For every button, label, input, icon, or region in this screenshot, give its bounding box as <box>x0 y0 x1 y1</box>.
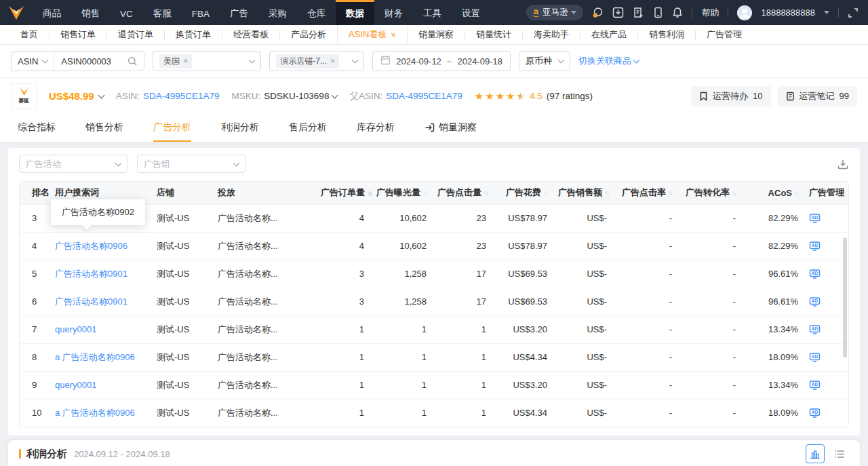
cell-search-term[interactable]: a 广告活动名称0906 <box>50 399 151 427</box>
ad-group-select[interactable]: 广告组 <box>137 155 245 173</box>
page-tab-销量统计[interactable]: 销量统计 <box>465 25 522 44</box>
avatar[interactable] <box>737 5 752 20</box>
detail-tab-利润分析[interactable]: 利润分析 <box>221 114 259 142</box>
topnav-item-数据[interactable]: 数据 <box>336 0 374 25</box>
tag-close-icon[interactable]: × <box>330 56 335 66</box>
cell-ad-manage[interactable]: AD <box>804 232 848 260</box>
ad-manage-icon[interactable]: AD <box>809 213 821 224</box>
search-term-link[interactable]: 广告活动名称0901 <box>55 269 127 279</box>
page-tab-退货订单[interactable]: 退货订单 <box>107 25 164 44</box>
column-header-广告销售额[interactable]: 广告销售额↑↓ <box>553 182 612 204</box>
marketplace-select[interactable]: a 亚马逊 <box>526 5 584 20</box>
sort-icon[interactable]: ↑↓ <box>367 189 371 197</box>
page-tab-首页[interactable]: 首页 <box>9 25 49 44</box>
detail-tab-销售分析[interactable]: 销售分析 <box>85 114 123 142</box>
help-link[interactable]: 帮助 <box>701 7 719 19</box>
chart-view-toggle[interactable] <box>806 444 825 463</box>
detail-tab-广告分析[interactable]: 广告分析 <box>153 114 191 142</box>
column-header-广告转化率[interactable]: 广告转化率↑↓ <box>677 182 741 204</box>
cell-ad-manage[interactable]: AD <box>804 204 848 232</box>
price-dropdown[interactable]: US$48.99 <box>49 90 104 102</box>
operation-todo-button[interactable]: 运营待办 10 <box>691 86 770 106</box>
page-tab-在线产品[interactable]: 在线产品 <box>580 25 637 44</box>
cell-ad-manage[interactable]: AD <box>804 260 848 288</box>
campaign-select[interactable]: 广告活动 <box>19 155 127 173</box>
detail-tab-综合指标[interactable]: 综合指标 <box>18 114 56 142</box>
search-term-link[interactable]: a 广告活动名称0906 <box>55 352 135 362</box>
note-add-icon[interactable] <box>633 7 644 18</box>
page-tab-销售订单[interactable]: 销售订单 <box>50 25 106 44</box>
asin-link[interactable]: SDA-4995CE1A79 <box>143 91 220 101</box>
shop-filter-select[interactable]: 演示店铺-7... × <box>269 51 364 71</box>
detail-tab-销量洞察[interactable]: 销量洞察 <box>425 114 477 142</box>
product-thumbnail[interactable]: 赛狐 <box>11 83 37 109</box>
column-header-广告花费[interactable]: 广告花费↑↓ <box>492 182 553 204</box>
currency-select[interactable]: 原币种 <box>519 51 570 71</box>
search-input[interactable] <box>54 56 127 66</box>
page-tab-销售利润[interactable]: 销售利润 <box>638 25 695 44</box>
topnav-item-仓库[interactable]: 仓库 <box>297 0 336 25</box>
cell-search-term[interactable]: 广告活动名称0901 <box>50 260 151 288</box>
cell-ad-manage[interactable]: AD <box>804 371 848 399</box>
chevron-down-icon[interactable] <box>824 11 829 14</box>
column-header-广告点击率[interactable]: 广告点击率↑↓ <box>612 182 677 204</box>
column-header-ACoS[interactable]: ACoS↑↓ <box>741 182 804 204</box>
ad-manage-icon[interactable]: AD <box>809 241 821 252</box>
sort-icon[interactable]: ↑↓ <box>543 189 547 197</box>
sort-icon[interactable]: ↑↓ <box>732 189 736 197</box>
topnav-item-商品[interactable]: 商品 <box>33 0 71 25</box>
topnav-item-FBA[interactable]: FBA <box>182 0 220 25</box>
topnav-item-财务[interactable]: 财务 <box>374 0 413 25</box>
search-term-link[interactable]: 广告活动名称0901 <box>55 296 127 307</box>
fullscreen-icon[interactable] <box>848 7 859 18</box>
switch-related-products-link[interactable]: 切换关联商品 <box>578 55 639 67</box>
ad-manage-icon[interactable]: AD <box>809 408 821 419</box>
search-icon[interactable] <box>127 56 144 66</box>
cell-search-term[interactable]: 广告活动名称0901 <box>50 288 151 315</box>
page-tab-海卖助手[interactable]: 海卖助手 <box>523 25 580 44</box>
page-tab-换货订单[interactable]: 换货订单 <box>165 25 222 44</box>
column-header-广告曝光量[interactable]: 广告曝光量↑↓ <box>370 182 432 204</box>
page-tab-经营看板[interactable]: 经营看板 <box>222 25 279 44</box>
sort-icon[interactable]: ↑↓ <box>422 189 427 197</box>
sort-icon[interactable]: ↑↓ <box>668 189 672 197</box>
column-header-广告点击量[interactable]: 广告点击量↑↓ <box>432 182 492 204</box>
export-download-icon[interactable] <box>837 159 849 170</box>
detail-tab-库存分析[interactable]: 库存分析 <box>357 114 395 142</box>
cell-ad-manage[interactable]: AD <box>804 288 848 315</box>
detail-tab-售后分析[interactable]: 售后分析 <box>289 114 327 142</box>
topnav-item-工具[interactable]: 工具 <box>413 0 452 25</box>
sort-icon[interactable]: ↑↓ <box>604 189 608 197</box>
marketplace-filter-select[interactable]: 美国 × <box>153 51 261 71</box>
search-term-link[interactable]: a 广告活动名称0906 <box>55 408 135 418</box>
cell-ad-manage[interactable]: AD <box>804 399 848 427</box>
account-phone[interactable]: 18888888888 <box>761 7 815 18</box>
search-term-link[interactable]: query0001 <box>55 324 96 334</box>
saihu-logo-icon[interactable] <box>0 0 33 25</box>
cell-search-term[interactable]: query0001 <box>50 371 151 399</box>
page-tab-ASIN看板[interactable]: ASIN看板× <box>337 25 408 44</box>
customer-service-icon[interactable] <box>592 7 604 18</box>
page-tab-产品分析[interactable]: 产品分析 <box>280 25 337 44</box>
search-type-select[interactable]: ASIN <box>12 52 54 71</box>
tag-close-icon[interactable]: × <box>183 56 188 66</box>
sort-icon[interactable]: ↑↓ <box>484 189 488 197</box>
cell-search-term[interactable]: query0001 <box>50 315 151 343</box>
cell-search-term[interactable]: a 广告活动名称0906 <box>50 343 151 371</box>
tab-close-icon[interactable]: × <box>391 30 396 40</box>
search-term-link[interactable]: 广告活动名称0906 <box>55 241 127 251</box>
page-tab-销量洞察[interactable]: 销量洞察 <box>408 25 465 44</box>
page-tab-广告管理[interactable]: 广告管理 <box>696 25 753 44</box>
vertical-scrollbar-thumb[interactable] <box>843 237 847 357</box>
topnav-item-VC[interactable]: VC <box>110 0 143 25</box>
bell-icon[interactable] <box>672 7 683 18</box>
topnav-item-销售[interactable]: 销售 <box>71 0 110 25</box>
parent-asin-link[interactable]: SDA-4995CE1A79 <box>386 91 462 101</box>
list-view-toggle[interactable] <box>830 444 849 463</box>
topnav-item-采购[interactable]: 采购 <box>258 0 297 25</box>
sort-icon[interactable]: ↑↓ <box>794 190 798 197</box>
cell-search-term[interactable]: 广告活动名称0906 <box>50 232 151 260</box>
ad-manage-icon[interactable]: AD <box>809 352 821 363</box>
ad-manage-icon[interactable]: AD <box>809 324 821 335</box>
date-range-picker[interactable]: 2024-09-12 ~ 2024-09-18 <box>372 51 511 71</box>
